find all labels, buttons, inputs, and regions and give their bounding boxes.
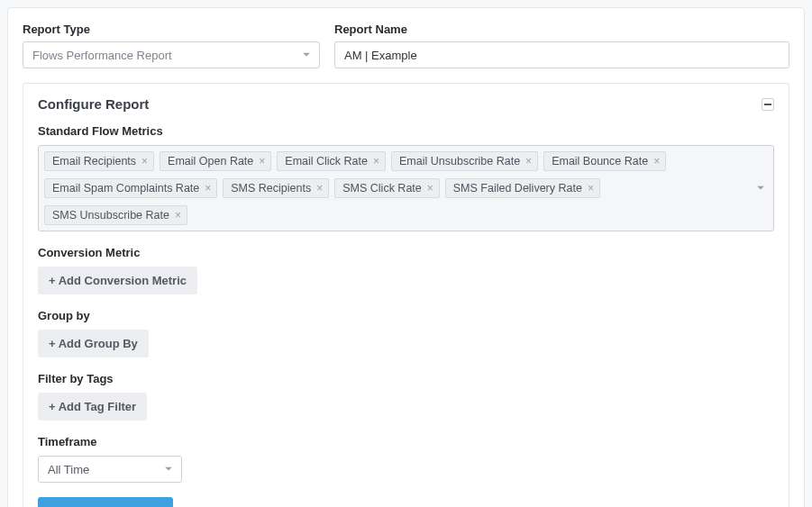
metric-tag-label: SMS Unsubscribe Rate — [52, 209, 169, 222]
metric-tag: SMS Unsubscribe Rate× — [44, 205, 187, 225]
metric-tag: SMS Failed Delivery Rate× — [445, 178, 600, 198]
timeframe-value: All Time — [48, 463, 89, 476]
report-name-label: Report Name — [334, 23, 789, 36]
collapse-button[interactable] — [762, 98, 774, 111]
metric-tag: Email Bounce Rate× — [543, 151, 666, 171]
remove-tag-icon[interactable]: × — [525, 156, 532, 167]
remove-tag-icon[interactable]: × — [373, 156, 379, 167]
group-by-section: Group by + Add Group By — [38, 309, 774, 358]
timeframe-label: Timeframe — [38, 435, 774, 448]
standard-metrics-section: Standard Flow Metrics Email Recipients×E… — [38, 124, 774, 231]
remove-tag-icon[interactable]: × — [175, 210, 181, 221]
filter-tags-section: Filter by Tags + Add Tag Filter — [38, 372, 774, 421]
metric-tag-label: Email Open Rate — [168, 155, 253, 167]
report-name-field: Report Name — [334, 23, 789, 68]
metric-tag: SMS Click Rate× — [334, 178, 440, 198]
report-name-input[interactable] — [334, 41, 789, 68]
metric-tag: Email Recipients× — [44, 151, 154, 171]
standard-metrics-label: Standard Flow Metrics — [38, 124, 774, 138]
metric-tag: Email Open Rate× — [160, 151, 271, 171]
group-by-label: Group by — [38, 309, 774, 322]
metric-tag: SMS Recipients× — [223, 178, 329, 198]
save-run-report-button[interactable]: Save & Run Report — [38, 497, 173, 507]
remove-tag-icon[interactable]: × — [588, 183, 594, 194]
add-group-by-button[interactable]: + Add Group By — [38, 330, 149, 358]
chevron-down-icon — [757, 186, 764, 191]
metric-tag: Email Unsubscribe Rate× — [391, 151, 538, 171]
timeframe-section: Timeframe All Time — [38, 435, 774, 483]
metrics-multiselect[interactable]: Email Recipients×Email Open Rate×Email C… — [38, 145, 774, 231]
configure-panel: Configure Report Standard Flow Metrics E… — [23, 83, 789, 507]
metric-tag-label: SMS Click Rate — [342, 182, 422, 195]
svg-rect-0 — [764, 104, 771, 105]
metric-tag-label: Email Unsubscribe Rate — [399, 155, 520, 167]
add-tag-filter-button[interactable]: + Add Tag Filter — [38, 393, 147, 421]
conversion-metric-label: Conversion Metric — [38, 246, 774, 259]
metric-tag-label: Email Bounce Rate — [552, 155, 648, 167]
remove-tag-icon[interactable]: × — [259, 156, 265, 167]
remove-tag-icon[interactable]: × — [427, 183, 433, 194]
metric-tag: Email Spam Complaints Rate× — [44, 178, 217, 198]
conversion-metric-section: Conversion Metric + Add Conversion Metri… — [38, 246, 774, 294]
configure-header: Configure Report — [38, 96, 774, 112]
report-type-value: Flows Performance Report — [32, 49, 172, 62]
header-row: Report Type Flows Performance Report Rep… — [23, 23, 789, 68]
minus-icon — [764, 104, 771, 105]
filter-tags-label: Filter by Tags — [38, 372, 774, 385]
remove-tag-icon[interactable]: × — [205, 183, 211, 194]
timeframe-select[interactable]: All Time — [38, 456, 182, 483]
configure-title: Configure Report — [38, 96, 149, 112]
add-conversion-metric-button[interactable]: + Add Conversion Metric — [38, 267, 197, 294]
remove-tag-icon[interactable]: × — [653, 156, 660, 167]
report-builder-container: Report Type Flows Performance Report Rep… — [7, 7, 805, 507]
report-type-select[interactable]: Flows Performance Report — [23, 41, 320, 68]
chevron-down-icon — [303, 53, 310, 58]
report-type-field: Report Type Flows Performance Report — [23, 23, 320, 68]
chevron-down-icon — [165, 467, 172, 472]
metric-tag-label: Email Click Rate — [285, 155, 368, 167]
metric-tag-label: SMS Recipients — [231, 182, 311, 195]
metric-tag-label: Email Spam Complaints Rate — [52, 182, 199, 195]
metric-tag-label: SMS Failed Delivery Rate — [453, 182, 582, 195]
remove-tag-icon[interactable]: × — [316, 183, 323, 194]
metric-tag: Email Click Rate× — [277, 151, 386, 171]
remove-tag-icon[interactable]: × — [141, 156, 148, 167]
report-type-label: Report Type — [23, 23, 320, 36]
metric-tag-label: Email Recipients — [52, 155, 136, 167]
